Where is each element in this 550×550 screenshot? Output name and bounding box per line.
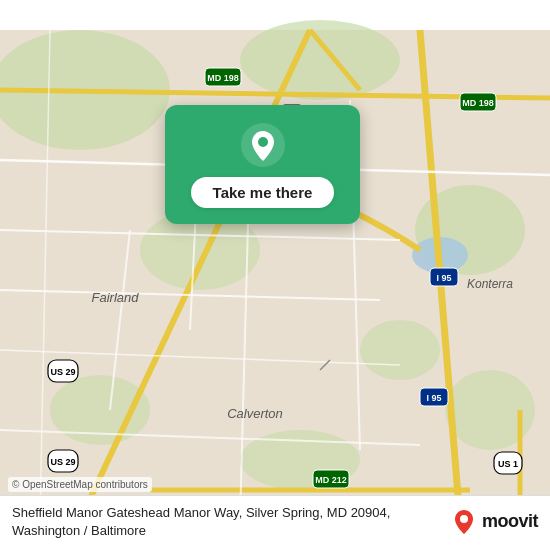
address-text: Sheffield Manor Gateshead Manor Way, Sil…	[12, 504, 440, 540]
svg-text:I 95: I 95	[436, 273, 451, 283]
svg-text:US 29: US 29	[50, 457, 75, 467]
svg-text:US 1: US 1	[498, 459, 518, 469]
card-overlay[interactable]: Take me there	[165, 105, 360, 224]
svg-text:Konterra: Konterra	[467, 277, 513, 291]
moovit-logo-text: moovit	[482, 511, 538, 532]
map-attribution: © OpenStreetMap contributors	[8, 477, 152, 492]
moovit-logo: moovit	[450, 508, 538, 536]
map-container: MD 198 MD 198 US 29 US 29 US 29 I 95 I 9…	[0, 0, 550, 550]
svg-text:MD 198: MD 198	[207, 73, 239, 83]
svg-text:Fairland: Fairland	[92, 290, 140, 305]
svg-text:MD 198: MD 198	[462, 98, 494, 108]
map-svg: MD 198 MD 198 US 29 US 29 US 29 I 95 I 9…	[0, 0, 550, 550]
svg-point-50	[460, 515, 468, 523]
svg-text:US 29: US 29	[50, 367, 75, 377]
moovit-pin-icon	[450, 508, 478, 536]
svg-point-49	[258, 137, 268, 147]
svg-point-2	[240, 20, 400, 100]
location-pin-icon	[241, 123, 285, 167]
svg-text:Calverton: Calverton	[227, 406, 283, 421]
svg-text:MD 212: MD 212	[315, 475, 347, 485]
svg-text:I 95: I 95	[426, 393, 441, 403]
take-me-there-button[interactable]: Take me there	[191, 177, 335, 208]
svg-point-5	[360, 320, 440, 380]
attribution-text: © OpenStreetMap contributors	[12, 479, 148, 490]
bottom-bar: Sheffield Manor Gateshead Manor Way, Sil…	[0, 495, 550, 550]
